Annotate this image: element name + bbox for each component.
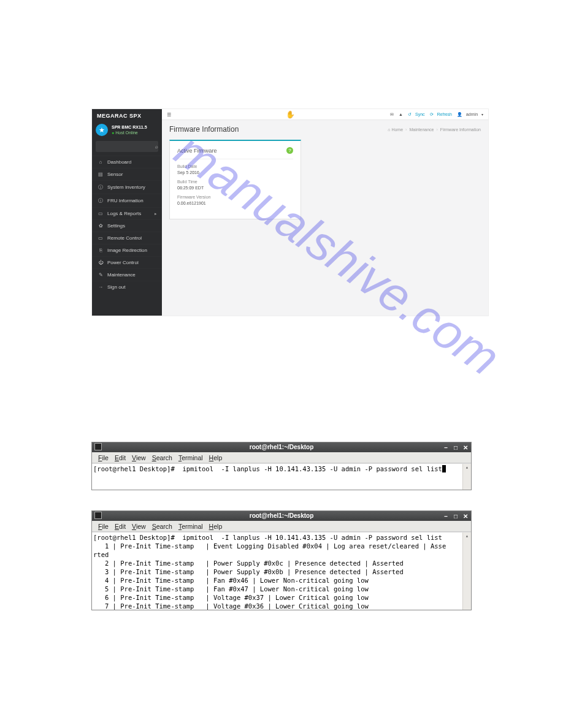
user-icon: 👤 — [457, 112, 462, 117]
minimize-button[interactable]: – — [443, 512, 449, 521]
terminal-titlebar[interactable]: root@rhel1:~/Desktop – □ ✕ — [92, 511, 471, 521]
terminal-menubar: File Edit View Search Terminal Help — [92, 521, 471, 532]
sidebar-item-sign-out[interactable]: →Sign out — [92, 281, 162, 293]
maximize-button[interactable]: □ — [453, 512, 459, 521]
sync-button[interactable]: ↺ Sync — [408, 112, 425, 117]
grab-cursor-icon: ✋ — [286, 110, 295, 119]
terminal-line: 4 | Pre-Init Time-stamp | Fan #0x46 | Lo… — [93, 577, 369, 584]
sidebar-item-logs-reports[interactable]: ▭Logs & Reports▸ — [92, 207, 162, 219]
terminal-titlebar[interactable]: root@rhel1:~/Desktop – □ ✕ — [92, 442, 471, 452]
sensor-icon: ▤ — [97, 172, 104, 177]
sidebar-item-label: System Inventory — [107, 184, 157, 190]
sidebar-item-label: FRU Information — [107, 198, 157, 203]
menu-view[interactable]: View — [129, 522, 148, 531]
window-buttons: – □ ✕ — [443, 512, 469, 521]
bmc-search[interactable]: ⌕ — [96, 141, 158, 152]
terminal-line: 6 | Pre-Init Time-stamp | Voltage #0x37 … — [93, 594, 369, 601]
menu-file[interactable]: File — [96, 453, 111, 462]
sidebar-item-label: Logs & Reports — [107, 211, 155, 216]
breadcrumb-sep: › — [437, 127, 438, 132]
terminal-body[interactable]: [root@rhel1 Desktop]# ipmitool -I lanplu… — [92, 463, 471, 490]
terminal-line: 5 | Pre-Init Time-stamp | Fan #0x47 | Lo… — [93, 585, 369, 593]
menu-terminal[interactable]: Terminal — [176, 453, 205, 462]
chevron-down-icon: ▾ — [481, 112, 483, 116]
menu-edit[interactable]: Edit — [112, 453, 128, 462]
remote-icon: ▭ — [97, 235, 104, 241]
refresh-button[interactable]: ⟳ Refresh — [430, 112, 452, 117]
sync-icon: ↺ — [408, 112, 412, 117]
chevron-right-icon: ▸ — [155, 211, 157, 216]
sync-label: Sync — [415, 112, 425, 116]
sidebar-item-sensor[interactable]: ▤Sensor — [92, 168, 162, 180]
maximize-button[interactable]: □ — [453, 444, 459, 452]
terminal-window-1: root@rhel1:~/Desktop – □ ✕ File Edit Vie… — [91, 442, 472, 490]
terminal-body[interactable]: [root@rhel1 Desktop]# ipmitool -I lanplu… — [92, 532, 471, 610]
sidebar-item-settings[interactable]: ✿Settings — [92, 219, 162, 232]
terminal-scrollbar[interactable]: ▴ — [462, 533, 471, 610]
sidebar-item-dashboard[interactable]: ⌂Dashboard — [92, 156, 162, 168]
star-icon: ★ — [96, 124, 108, 136]
active-firmware-card: Active Firmware ? Build Date Sep 5 2016 … — [169, 140, 301, 219]
messages-icon[interactable]: ✉ — [390, 112, 394, 117]
field-build-time: Build Time 08:25:09 EDT — [177, 180, 293, 190]
bmc-content: Firmware Information Home › Maintenance … — [162, 120, 488, 316]
scroll-up-icon[interactable]: ▴ — [465, 464, 469, 471]
scroll-up-icon[interactable]: ▴ — [465, 533, 469, 540]
menu-toggle-icon[interactable]: ≡ — [167, 110, 171, 119]
menu-terminal[interactable]: Terminal — [176, 522, 205, 531]
field-value: Sep 5 2016 — [177, 170, 293, 175]
sidebar-item-maintenance[interactable]: ✎Maintenance — [92, 268, 162, 281]
image-redir-icon: ⎘ — [97, 248, 104, 253]
bmc-host-block: ★ SPR BMC RX11.5 Host Online — [92, 121, 162, 141]
user-menu[interactable]: 👤 admin ▾ — [457, 112, 483, 117]
terminal-scrollbar[interactable]: ▴ — [462, 464, 471, 490]
bmc-search-input[interactable] — [96, 145, 155, 149]
bmc-sidebar: MEGARAC SPX ★ SPR BMC RX11.5 Host Online… — [92, 109, 162, 316]
sidebar-item-remote-control[interactable]: ▭Remote Control — [92, 232, 162, 244]
bmc-menu: ⌂Dashboard ▤Sensor ⓘSystem Inventory ⓘFR… — [92, 156, 162, 293]
sidebar-item-system-inventory[interactable]: ⓘSystem Inventory — [92, 180, 162, 194]
terminal-line: 7 | Pre-Init Time-stamp | Voltage #0x36 … — [93, 602, 369, 610]
terminal-title: root@rhel1:~/Desktop — [250, 512, 314, 520]
sidebar-item-label: Maintenance — [107, 272, 157, 278]
sidebar-item-label: Dashboard — [107, 159, 157, 165]
terminal-line: [root@rhel1 Desktop]# ipmitool -I lanplu… — [93, 534, 442, 541]
inventory-icon: ⓘ — [97, 184, 104, 191]
sidebar-item-fru-information[interactable]: ⓘFRU Information — [92, 194, 162, 207]
minimize-button[interactable]: – — [443, 444, 449, 452]
field-label: Firmware Version — [177, 195, 293, 199]
sidebar-item-label: Remote Control — [107, 235, 157, 241]
card-head: Active Firmware ? — [177, 147, 293, 159]
terminal-app-icon — [94, 443, 102, 450]
close-button[interactable]: ✕ — [462, 512, 469, 521]
help-icon[interactable]: ? — [286, 147, 293, 154]
alerts-icon[interactable]: ▲ — [399, 112, 403, 116]
menu-file[interactable]: File — [96, 522, 111, 531]
power-icon: ⏻ — [97, 260, 104, 265]
menu-help[interactable]: Help — [207, 453, 225, 462]
menu-help[interactable]: Help — [207, 522, 225, 531]
sidebar-item-label: Power Control — [107, 260, 157, 265]
sidebar-item-power-control[interactable]: ⏻Power Control — [92, 256, 162, 268]
menu-edit[interactable]: Edit — [112, 522, 128, 531]
menu-search[interactable]: Search — [150, 522, 175, 531]
sidebar-item-image-redirection[interactable]: ⎘Image Redirection — [92, 244, 162, 256]
menu-search[interactable]: Search — [150, 453, 175, 462]
terminal-line: 3 | Pre-Init Time-stamp | Power Supply #… — [93, 568, 404, 575]
search-icon[interactable]: ⌕ — [155, 144, 158, 150]
menu-view[interactable]: View — [129, 453, 148, 462]
bmc-page-header: Firmware Information Home › Maintenance … — [169, 125, 481, 134]
card-title: Active Firmware — [177, 148, 217, 154]
terminal-title: root@rhel1:~/Desktop — [250, 443, 314, 452]
breadcrumb-home[interactable]: Home — [388, 127, 403, 132]
breadcrumb: Home › Maintenance › Firmware Informatio… — [388, 127, 481, 132]
refresh-label: Refresh — [437, 112, 453, 116]
close-button[interactable]: ✕ — [462, 444, 469, 452]
logs-icon: ▭ — [97, 211, 104, 216]
breadcrumb-maintenance[interactable]: Maintenance — [409, 127, 434, 132]
field-value: 0.00.e6121901 — [177, 201, 293, 205]
bmc-topbar: ≡ ✋ ✉ ▲ ↺ Sync ⟳ Refresh 👤 admin ▾ — [162, 109, 488, 120]
sidebar-item-label: Sign out — [107, 284, 157, 290]
breadcrumb-leaf: Firmware Information — [440, 127, 481, 132]
bmc-host-textblock: SPR BMC RX11.5 Host Online — [112, 124, 147, 135]
